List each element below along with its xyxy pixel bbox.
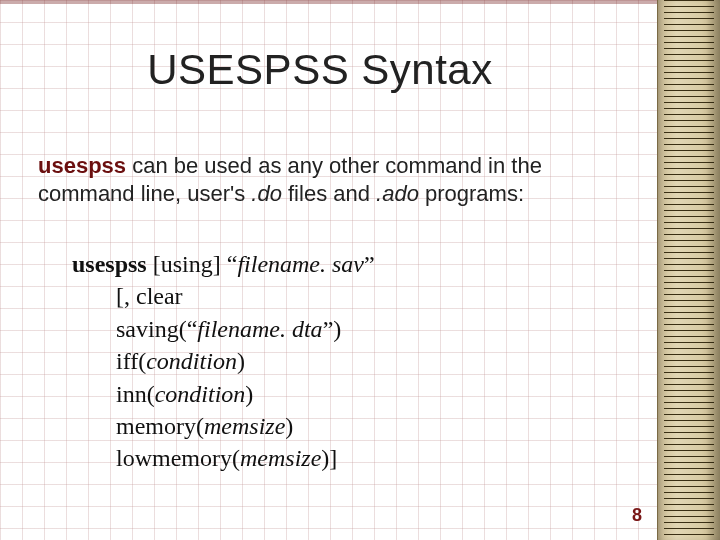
- slide-title: USESPSS Syntax: [0, 46, 640, 94]
- ruler-shade: [706, 0, 720, 540]
- syntax-line: memory(memsize): [116, 410, 375, 442]
- syntax-ital: filename. dta: [197, 316, 322, 342]
- syntax-text: memory(: [116, 413, 204, 439]
- syntax-block: usespss [using] “filename. sav” [, clear…: [72, 248, 375, 475]
- syntax-text: [using] “: [153, 251, 238, 277]
- slide: USESPSS Syntax usespss can be used as an…: [0, 0, 720, 540]
- syntax-post: ”): [323, 316, 342, 342]
- syntax-ital: memsize: [204, 413, 285, 439]
- syntax-line: iff(condition): [116, 345, 375, 377]
- syntax-post: ): [285, 413, 293, 439]
- syntax-text: inn(: [116, 381, 155, 407]
- ado-extension: .ado: [376, 181, 419, 206]
- syntax-post: ”: [364, 251, 375, 277]
- do-extension: .do: [251, 181, 282, 206]
- syntax-line: [, clear: [116, 280, 375, 312]
- syntax-ital: condition: [155, 381, 246, 407]
- intro-text-2: files and: [282, 181, 376, 206]
- syntax-post: ): [237, 348, 245, 374]
- page-number: 8: [632, 505, 642, 526]
- syntax-text: [, clear: [116, 283, 183, 309]
- syntax-line: lowmemory(memsize)]: [116, 442, 375, 474]
- intro-text-3: programs:: [419, 181, 524, 206]
- syntax-post: )]: [321, 445, 337, 471]
- syntax-ital: condition: [146, 348, 237, 374]
- ruler-decoration: [657, 0, 720, 540]
- syntax-text: saving(“: [116, 316, 197, 342]
- intro-paragraph: usespss can be used as any other command…: [38, 152, 620, 208]
- usespss-bold: usespss: [72, 251, 153, 277]
- syntax-post: ): [245, 381, 253, 407]
- syntax-text: lowmemory(: [116, 445, 240, 471]
- usespss-keyword: usespss: [38, 153, 126, 178]
- syntax-line: saving(“filename. dta”): [116, 313, 375, 345]
- syntax-ital: filename. sav: [237, 251, 364, 277]
- syntax-text: iff(: [116, 348, 146, 374]
- syntax-ital: memsize: [240, 445, 321, 471]
- top-accent-bar: [0, 0, 658, 4]
- syntax-line: inn(condition): [116, 378, 375, 410]
- syntax-line: usespss [using] “filename. sav”: [72, 248, 375, 280]
